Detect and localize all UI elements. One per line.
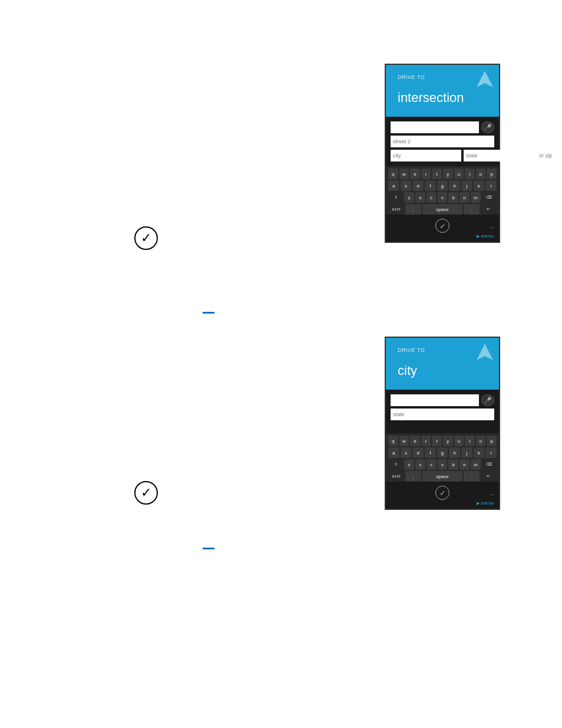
key-w[interactable]: w bbox=[399, 169, 409, 179]
key2-k[interactable]: k bbox=[474, 447, 485, 458]
key2-q[interactable]: q bbox=[388, 436, 398, 446]
key2-r[interactable]: r bbox=[421, 436, 431, 446]
phone2-page-title: city bbox=[392, 359, 493, 384]
key-period[interactable]: . bbox=[464, 204, 480, 215]
key2-l[interactable]: l bbox=[485, 447, 497, 458]
key-r[interactable]: r bbox=[421, 169, 431, 179]
phone2-nav-icon bbox=[474, 341, 495, 363]
phone2-spacer bbox=[391, 423, 494, 431]
key2-y[interactable]: y bbox=[443, 436, 453, 446]
phone2-brand: ▶ telenav bbox=[391, 501, 494, 506]
phone1-kb-row1: q w e r t y u i o p bbox=[388, 169, 497, 179]
phone2-city-row: 🎤 bbox=[391, 394, 494, 406]
key2-x[interactable]: x bbox=[415, 459, 425, 470]
key-o[interactable]: o bbox=[476, 169, 486, 179]
key-b[interactable]: b bbox=[448, 192, 458, 203]
phone2-city-input[interactable] bbox=[391, 394, 479, 406]
key2-period[interactable]: . bbox=[464, 471, 480, 482]
key2-u[interactable]: u bbox=[454, 436, 464, 446]
phone2-keyboard: q w e r t y u i o p a s d f g h j k l ⇧ … bbox=[386, 433, 499, 482]
key-d[interactable]: d bbox=[412, 180, 424, 191]
key-enter[interactable]: ↵ bbox=[481, 204, 497, 215]
key2-shift[interactable]: ⇧ bbox=[388, 459, 403, 470]
key2-p[interactable]: p bbox=[487, 436, 497, 446]
key-c[interactable]: c bbox=[427, 192, 437, 203]
key-l[interactable]: l bbox=[485, 180, 497, 191]
key2-comma[interactable]: , bbox=[405, 471, 421, 482]
key2-num[interactable]: &123 bbox=[388, 471, 404, 482]
key2-i[interactable]: i bbox=[465, 436, 475, 446]
key2-h[interactable]: h bbox=[449, 447, 460, 458]
key-g[interactable]: g bbox=[437, 180, 448, 191]
key2-space[interactable]: space bbox=[422, 471, 462, 482]
key-k[interactable]: k bbox=[474, 180, 485, 191]
phone1-city-input[interactable] bbox=[391, 150, 461, 162]
key-i[interactable]: i bbox=[465, 169, 475, 179]
key-shift[interactable]: ⇧ bbox=[388, 192, 403, 203]
key-q[interactable]: q bbox=[388, 169, 398, 179]
phone1-brand: ▶ telenav bbox=[391, 234, 494, 239]
phone1-bottom-bar: ✓ ... ▶ telenav bbox=[386, 216, 499, 242]
key2-c[interactable]: c bbox=[427, 459, 437, 470]
key2-a[interactable]: a bbox=[388, 447, 399, 458]
key2-d[interactable]: d bbox=[412, 447, 424, 458]
key-m[interactable]: m bbox=[471, 192, 481, 203]
phone1-street1-input[interactable] bbox=[391, 121, 479, 133]
phone1-state-input[interactable] bbox=[464, 150, 534, 162]
phone1-mic-button[interactable]: 🎤 bbox=[481, 121, 494, 133]
key-s[interactable]: s bbox=[401, 180, 412, 191]
blue-line-2 bbox=[203, 548, 214, 549]
key-backspace[interactable]: ⌫ bbox=[482, 192, 497, 203]
key2-j[interactable]: j bbox=[461, 447, 472, 458]
key2-backspace[interactable]: ⌫ bbox=[482, 459, 497, 470]
key2-z[interactable]: z bbox=[404, 459, 414, 470]
key-comma[interactable]: , bbox=[405, 204, 421, 215]
phone2-mic-button[interactable]: 🎤 bbox=[481, 394, 494, 406]
key2-w[interactable]: w bbox=[399, 436, 409, 446]
key-num[interactable]: &123 bbox=[388, 204, 404, 215]
phone1-header: DRIVE TO intersection bbox=[386, 65, 499, 117]
phone1-check-button[interactable]: ✓ bbox=[435, 219, 449, 233]
key-u[interactable]: u bbox=[454, 169, 464, 179]
phone2-dots: ... bbox=[449, 490, 494, 496]
key-p[interactable]: p bbox=[487, 169, 497, 179]
key-z[interactable]: z bbox=[404, 192, 414, 203]
phone1-kb-row4: &123 , space . ↵ bbox=[388, 204, 497, 215]
key2-enter[interactable]: ↵ bbox=[481, 471, 497, 482]
key-t[interactable]: t bbox=[432, 169, 442, 179]
phone2-kb-row2: a s d f g h j k l bbox=[388, 447, 497, 458]
phone1-street2-input[interactable] bbox=[391, 136, 494, 147]
phone2-state-input[interactable] bbox=[391, 409, 494, 420]
key2-b[interactable]: b bbox=[448, 459, 458, 470]
phone1-keyboard: q w e r t y u i o p a s d f g h j k l ⇧ … bbox=[386, 166, 499, 215]
key-v[interactable]: v bbox=[438, 192, 448, 203]
phone2-check-button[interactable]: ✓ bbox=[435, 486, 449, 500]
key-space[interactable]: space bbox=[422, 204, 462, 215]
key2-f[interactable]: f bbox=[425, 447, 436, 458]
key2-e[interactable]: e bbox=[410, 436, 420, 446]
key-y[interactable]: y bbox=[443, 169, 453, 179]
phone1-zip-input[interactable] bbox=[537, 150, 562, 162]
phone1-inputs-area: 🎤 bbox=[386, 117, 499, 166]
key-e[interactable]: e bbox=[410, 169, 420, 179]
key2-v[interactable]: v bbox=[438, 459, 448, 470]
key2-g[interactable]: g bbox=[437, 447, 448, 458]
phone2-header: DRIVE TO city bbox=[386, 338, 499, 390]
phone1-street1-row: 🎤 bbox=[391, 121, 494, 133]
phone1-kb-row3: ⇧ z x c v b n m ⌫ bbox=[388, 192, 497, 203]
key-n[interactable]: n bbox=[459, 192, 470, 203]
key2-o[interactable]: o bbox=[476, 436, 486, 446]
key-j[interactable]: j bbox=[461, 180, 472, 191]
key2-t[interactable]: t bbox=[432, 436, 442, 446]
phone2-kb-row3: ⇧ z x c v b n m ⌫ bbox=[388, 459, 497, 470]
key-a[interactable]: a bbox=[388, 180, 399, 191]
key2-m[interactable]: m bbox=[471, 459, 481, 470]
key-f[interactable]: f bbox=[425, 180, 436, 191]
phone1-street2-row bbox=[391, 136, 494, 147]
key-x[interactable]: x bbox=[415, 192, 425, 203]
phone1-nav-icon bbox=[474, 68, 495, 90]
key2-n[interactable]: n bbox=[459, 459, 470, 470]
key-h[interactable]: h bbox=[449, 180, 460, 191]
phone1-kb-row2: a s d f g h j k l bbox=[388, 180, 497, 191]
key2-s[interactable]: s bbox=[401, 447, 412, 458]
